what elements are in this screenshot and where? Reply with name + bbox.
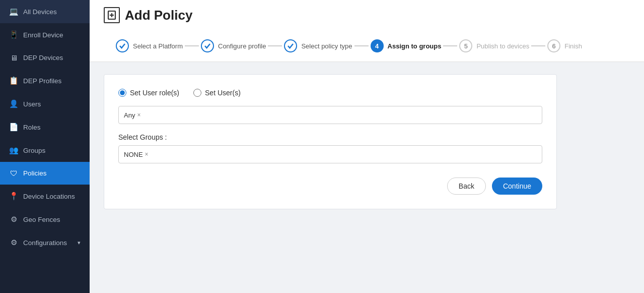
- page-title-row: Add Policy: [104, 7, 630, 30]
- step-connector-5: [531, 45, 545, 46]
- sidebar-item-dep-profiles[interactable]: 📋 DEP Profiles: [0, 69, 90, 92]
- sidebar-item-policies[interactable]: 🛡 Policies: [0, 162, 90, 185]
- continue-button[interactable]: Continue: [492, 178, 542, 195]
- step-4-label: Assign to groups: [388, 42, 442, 50]
- sidebar-item-dep-devices[interactable]: 🖥 DEP Devices: [0, 46, 90, 69]
- sidebar: 💻 All Devices 📱 Enroll Device 🖥 DEP Devi…: [0, 0, 90, 293]
- step-1-circle: [116, 39, 129, 52]
- sidebar-item-enroll-device[interactable]: 📱 Enroll Device: [0, 23, 90, 46]
- step-3-label: Select policy type: [301, 42, 352, 50]
- step-5-circle: 5: [459, 39, 472, 52]
- roles-icon: 📄: [9, 123, 18, 132]
- step-connector-4: [443, 45, 457, 46]
- device-locations-icon: 📍: [9, 192, 18, 201]
- groups-tag: NONE ×: [124, 151, 149, 158]
- users-icon: 👤: [9, 99, 18, 108]
- radio-set-user-roles-input[interactable]: [118, 89, 126, 97]
- sidebar-item-configurations[interactable]: ⚙ Configurations ▾: [0, 231, 90, 254]
- step-3-circle: [284, 39, 297, 52]
- dep-devices-icon: 🖥: [9, 53, 18, 62]
- groups-tag-close[interactable]: ×: [145, 151, 149, 158]
- groups-tag-input[interactable]: NONE ×: [118, 145, 542, 163]
- enroll-device-icon: 📱: [9, 30, 18, 39]
- step-assign-to-groups[interactable]: 4 Assign to groups: [371, 39, 442, 62]
- sidebar-item-all-devices[interactable]: 💻 All Devices: [0, 0, 90, 23]
- sidebar-item-groups[interactable]: 👥 Groups: [0, 139, 90, 162]
- step-configure-profile[interactable]: Configure profile: [201, 39, 266, 62]
- configurations-icon: ⚙: [9, 238, 18, 247]
- sidebar-item-geo-fences[interactable]: ⚙ Geo Fences: [0, 208, 90, 231]
- add-policy-icon: [104, 7, 120, 23]
- assign-groups-card: Set User role(s) Set User(s) Any × Selec…: [104, 74, 557, 209]
- step-select-platform[interactable]: Select a Platform: [116, 39, 183, 62]
- page-title: Add Policy: [125, 8, 192, 23]
- configurations-arrow-icon: ▾: [78, 240, 81, 246]
- all-devices-icon: 💻: [9, 7, 18, 16]
- step-publish-to-devices[interactable]: 5 Publish to devices: [459, 39, 529, 62]
- radio-set-users[interactable]: Set User(s): [193, 89, 241, 97]
- content-area: Set User role(s) Set User(s) Any × Selec…: [90, 62, 644, 221]
- step-connector-3: [354, 45, 369, 46]
- radio-set-users-input[interactable]: [193, 89, 201, 97]
- main-content: Add Policy Select a Platform Configure p…: [90, 0, 644, 293]
- policies-icon: 🛡: [9, 169, 18, 178]
- user-roles-tag-close[interactable]: ×: [137, 111, 140, 119]
- select-groups-label: Select Groups :: [118, 133, 542, 141]
- step-2-circle: [201, 39, 214, 52]
- step-1-label: Select a Platform: [133, 42, 183, 50]
- step-6-circle: 6: [547, 39, 560, 52]
- stepper: Select a Platform Configure profile Sele…: [104, 30, 630, 62]
- geo-fences-icon: ⚙: [9, 215, 18, 224]
- sidebar-item-users[interactable]: 👤 Users: [0, 92, 90, 115]
- back-button[interactable]: Back: [447, 178, 486, 195]
- radio-set-user-roles[interactable]: Set User role(s): [118, 89, 179, 97]
- step-6-label: Finish: [564, 42, 582, 50]
- step-finish[interactable]: 6 Finish: [547, 39, 582, 62]
- user-roles-tag: Any ×: [124, 111, 140, 119]
- sidebar-item-roles[interactable]: 📄 Roles: [0, 115, 90, 139]
- step-5-label: Publish to devices: [476, 42, 529, 50]
- page-header: Add Policy Select a Platform Configure p…: [90, 0, 644, 62]
- sidebar-item-device-locations[interactable]: 📍 Device Locations: [0, 185, 90, 208]
- dep-profiles-icon: 📋: [9, 76, 18, 85]
- step-connector-1: [185, 45, 199, 46]
- step-connector-2: [268, 45, 282, 46]
- radio-group: Set User role(s) Set User(s): [118, 89, 542, 97]
- step-select-policy-type[interactable]: Select policy type: [284, 39, 352, 62]
- groups-icon: 👥: [9, 146, 18, 155]
- step-4-circle: 4: [371, 39, 384, 52]
- user-roles-tag-input[interactable]: Any ×: [118, 106, 542, 124]
- step-2-label: Configure profile: [218, 42, 266, 50]
- buttons-row: Back Continue: [118, 178, 542, 195]
